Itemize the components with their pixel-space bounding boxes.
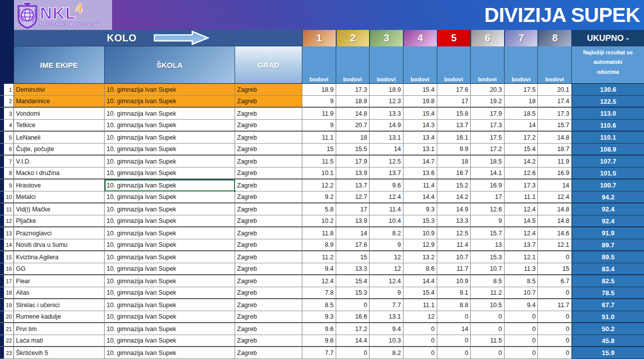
total-cell[interactable]: 67.7 xyxy=(572,299,644,311)
score-cell-round-6[interactable]: 10.7 xyxy=(471,263,505,275)
score-cell-round-2[interactable]: 14 xyxy=(336,227,370,239)
score-cell-round-2[interactable]: 18 xyxy=(336,132,370,144)
city-cell[interactable]: Zagreb xyxy=(235,132,302,144)
score-cell-round-8[interactable]: 0 xyxy=(538,323,572,335)
score-cell-round-3[interactable]: 14 xyxy=(370,144,403,156)
score-cell-round-4[interactable]: 15.3 xyxy=(403,215,437,227)
score-cell-round-3[interactable]: 10.4 xyxy=(370,215,403,227)
school-cell[interactable]: 10. gimnazija Ivan Supek xyxy=(105,287,235,299)
score-cell-round-4[interactable]: 14.3 xyxy=(403,120,437,132)
round-header-2[interactable]: 2 xyxy=(336,30,370,46)
school-cell[interactable]: 10. gimnazija Ivan Supek xyxy=(105,275,235,287)
score-cell-round-8[interactable]: 11.7 xyxy=(538,299,572,311)
row-number-cell[interactable]: 4 xyxy=(0,120,14,132)
round-header-4[interactable]: 4 xyxy=(403,30,437,46)
total-cell[interactable]: 50.2 xyxy=(572,323,644,335)
score-cell-round-6[interactable]: 17.5 xyxy=(471,132,505,144)
score-cell-round-5[interactable]: 14 xyxy=(437,323,471,335)
round-header-5[interactable]: 5 xyxy=(437,30,471,46)
total-cell[interactable]: 110.1 xyxy=(572,132,644,144)
score-cell-round-1[interactable]: 7.8 xyxy=(302,287,336,299)
team-name-cell[interactable]: Praznoglavci xyxy=(14,227,105,239)
school-cell[interactable]: 10. gimnazija Ivan Supek xyxy=(105,180,235,191)
score-cell-round-3[interactable]: 7.7 xyxy=(370,299,403,311)
score-cell-round-2[interactable]: 0 xyxy=(336,299,370,311)
score-cell-round-7[interactable]: 12.4 xyxy=(505,203,538,215)
city-cell[interactable]: Zagreb xyxy=(235,96,302,108)
row-number-cell[interactable]: 8 xyxy=(0,168,14,180)
score-cell-round-6[interactable]: 0 xyxy=(471,347,505,359)
round-header-8[interactable]: 8 xyxy=(538,30,572,46)
score-cell-round-1[interactable]: 9.2 xyxy=(302,191,336,203)
score-cell-round-3[interactable]: 18.9 xyxy=(370,84,403,96)
score-cell-round-1[interactable]: 9 xyxy=(302,120,336,132)
score-cell-round-5[interactable]: 14.9 xyxy=(437,203,471,215)
team-name-cell[interactable]: Alias xyxy=(14,287,105,299)
city-cell[interactable]: Zagreb xyxy=(235,251,302,263)
team-name-cell[interactable]: Čujte, počujte xyxy=(14,144,105,156)
score-cell-round-3[interactable]: 13.3 xyxy=(370,108,403,120)
score-cell-round-7[interactable]: 0 xyxy=(505,335,538,347)
score-cell-round-6[interactable]: 17.9 xyxy=(471,108,505,120)
score-cell-round-6[interactable]: 18.5 xyxy=(471,156,505,168)
score-cell-round-4[interactable]: 13.2 xyxy=(403,251,437,263)
city-cell[interactable]: Zagreb xyxy=(235,84,302,96)
score-cell-round-2[interactable]: 20.7 xyxy=(336,120,370,132)
team-name-cell[interactable]: Macko i družina xyxy=(14,168,105,180)
city-cell[interactable]: Zagreb xyxy=(235,335,302,347)
score-cell-round-1[interactable]: 9 xyxy=(302,96,336,108)
school-cell[interactable]: 10. gimnazija Ivan Supek xyxy=(105,132,235,144)
score-cell-round-7[interactable]: 9.4 xyxy=(505,299,538,311)
score-cell-round-6[interactable]: 12.6 xyxy=(471,203,505,215)
points-subheader-2[interactable]: bodovi xyxy=(336,46,370,83)
score-cell-round-4[interactable]: 8.6 xyxy=(403,263,437,275)
score-cell-round-5[interactable]: 0 xyxy=(437,335,471,347)
team-name-cell[interactable]: Flear xyxy=(14,275,105,287)
score-cell-round-4[interactable]: 13.4 xyxy=(403,132,437,144)
city-cell[interactable]: Zagreb xyxy=(235,275,302,287)
score-cell-round-4[interactable]: 14.4 xyxy=(403,275,437,287)
row-number-cell[interactable]: 1 xyxy=(0,84,14,96)
row-number-cell[interactable]: 16 xyxy=(0,263,14,275)
score-cell-round-6[interactable]: 15.3 xyxy=(471,251,505,263)
score-cell-round-8[interactable]: 15 xyxy=(538,263,572,275)
school-cell[interactable]: 10. gimnazija Ivan Supek xyxy=(105,227,235,239)
score-cell-round-7[interactable]: 12.1 xyxy=(505,251,538,263)
city-cell[interactable]: Zagreb xyxy=(235,347,302,359)
score-cell-round-5[interactable]: 13.7 xyxy=(437,120,471,132)
row-number-cell[interactable]: 11 xyxy=(0,203,14,215)
score-cell-round-5[interactable]: 18 xyxy=(437,156,471,168)
score-cell-round-5[interactable]: 16.1 xyxy=(437,132,471,144)
score-cell-round-5[interactable]: 16.7 xyxy=(437,168,471,180)
total-cell[interactable]: 89.5 xyxy=(572,251,644,263)
score-cell-round-4[interactable]: 11.4 xyxy=(403,180,437,191)
score-cell-round-5[interactable]: 14.2 xyxy=(437,191,471,203)
score-cell-round-6[interactable]: 0 xyxy=(471,323,505,335)
score-cell-round-2[interactable]: 14.4 xyxy=(336,335,370,347)
total-cell[interactable]: 92.4 xyxy=(572,215,644,227)
team-name-cell[interactable]: Škrtićevih 5 xyxy=(14,347,105,359)
score-cell-round-2[interactable]: 12.7 xyxy=(336,191,370,203)
team-name-cell[interactable]: Tetkice xyxy=(14,120,105,132)
total-cell[interactable]: 122.5 xyxy=(572,96,644,108)
score-cell-round-4[interactable]: 0 xyxy=(403,335,437,347)
score-cell-round-5[interactable]: 17.6 xyxy=(437,84,471,96)
score-cell-round-8[interactable]: 11.9 xyxy=(538,156,572,168)
score-cell-round-1[interactable]: 10.2 xyxy=(302,215,336,227)
score-cell-round-5[interactable]: 17 xyxy=(437,96,471,108)
score-cell-round-3[interactable]: 12 xyxy=(370,263,403,275)
team-name-cell[interactable]: Nositi drva u šumu xyxy=(14,239,105,251)
score-cell-round-2[interactable]: 15 xyxy=(336,251,370,263)
score-cell-round-1[interactable]: 12.4 xyxy=(302,275,336,287)
school-cell[interactable]: 10. gimnazija Ivan Supek xyxy=(105,311,235,323)
score-cell-round-3[interactable]: 10.3 xyxy=(370,335,403,347)
score-cell-round-6[interactable]: 9 xyxy=(471,215,505,227)
score-cell-round-8[interactable]: 14.8 xyxy=(538,132,572,144)
total-cell[interactable]: 91.9 xyxy=(572,227,644,239)
score-cell-round-2[interactable]: 13.9 xyxy=(336,168,370,180)
score-cell-round-3[interactable]: 9.4 xyxy=(370,323,403,335)
school-cell[interactable]: 10. gimnazija Ivan Supek xyxy=(105,323,235,335)
team-name-cell[interactable]: Rumene kadulje xyxy=(14,311,105,323)
score-cell-round-3[interactable]: 8.2 xyxy=(370,227,403,239)
team-name-cell[interactable]: Mandarinice xyxy=(14,96,105,108)
